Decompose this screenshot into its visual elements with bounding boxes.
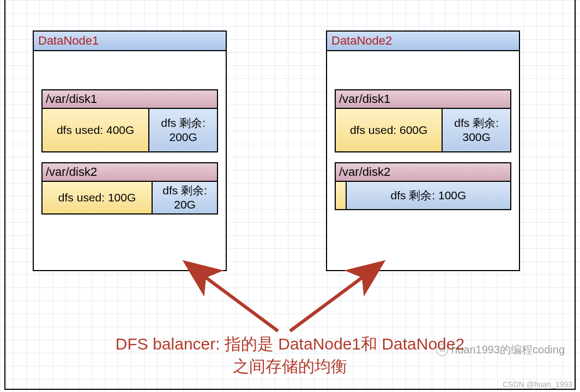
- watermark-csdn: CSDN @huan_1993: [503, 380, 572, 389]
- wechat-icon: ✉: [436, 344, 448, 356]
- dn2-disk1-path: /var/disk1: [336, 90, 510, 109]
- caption-line1: DFS balancer: 指的是 DataNode1和 DataNode2: [116, 335, 464, 353]
- datanode-2-title: DataNode2: [327, 32, 519, 51]
- dn2-disk2-path: /var/disk2: [336, 163, 510, 182]
- dn2-disk1: /var/disk1 dfs used: 600G dfs 剩余: 300G: [335, 89, 511, 152]
- watermark-wechat: ✉ huan1993的编程coding: [436, 342, 565, 357]
- dn1-disk1-body: dfs used: 400G dfs 剩余: 200G: [43, 109, 217, 151]
- dn1-disk1-remain: dfs 剩余: 200G: [149, 109, 217, 151]
- dn2-disk2: /var/disk2 dfs 剩余: 100G: [335, 162, 511, 210]
- datanode-1-title: DataNode1: [34, 32, 226, 51]
- dn2-disk2-remain: dfs 剩余: 100G: [347, 182, 510, 209]
- dn1-disk1: /var/disk1 dfs used: 400G dfs 剩余: 200G: [41, 89, 218, 152]
- dn2-disk2-used: [336, 182, 347, 209]
- dn1-disk2-used: dfs used: 100G: [43, 182, 153, 213]
- dn2-disk2-body: dfs 剩余: 100G: [336, 182, 510, 209]
- dn2-disk1-remain: dfs 剩余: 300G: [443, 109, 510, 151]
- caption-line2: 之间存储的均衡: [233, 357, 347, 375]
- dn1-disk1-used: dfs used: 400G: [43, 109, 149, 151]
- datanode-2-box: DataNode2 /var/disk1 dfs used: 600G dfs …: [326, 30, 520, 271]
- dn1-disk2-remain: dfs 剩余: 20G: [153, 182, 217, 213]
- dn2-disk1-body: dfs used: 600G dfs 剩余: 300G: [336, 109, 510, 151]
- dn1-disk2-path: /var/disk2: [43, 163, 217, 182]
- dn1-disk2-body: dfs used: 100G dfs 剩余: 20G: [43, 182, 217, 213]
- dn2-disk1-used: dfs used: 600G: [336, 109, 443, 151]
- dn1-disk1-path: /var/disk1: [43, 90, 217, 109]
- datanode-1-box: DataNode1 /var/disk1 dfs used: 400G dfs …: [33, 30, 227, 271]
- dn1-disk2: /var/disk2 dfs used: 100G dfs 剩余: 20G: [41, 162, 218, 215]
- watermark-wechat-text: huan1993的编程coding: [451, 342, 565, 357]
